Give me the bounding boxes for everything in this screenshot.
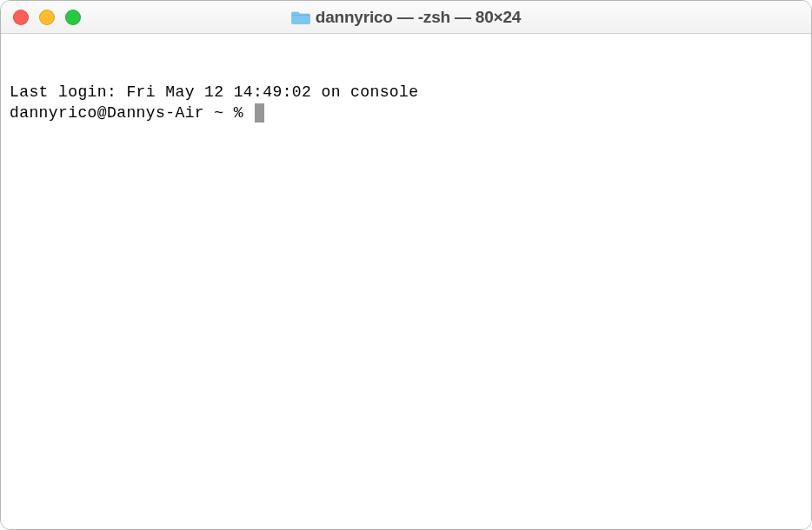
titlebar: dannyrico — -zsh — 80×24 [1, 1, 811, 34]
prompt-text: dannyrico@Dannys-Air ~ % [10, 103, 253, 123]
terminal-window: dannyrico — -zsh — 80×24 Last login: Fri… [0, 0, 812, 530]
traffic-lights [13, 10, 81, 25]
zoom-button[interactable] [65, 10, 81, 25]
title-container: dannyrico — -zsh — 80×24 [1, 8, 811, 27]
folder-icon [291, 10, 310, 25]
minimize-button[interactable] [39, 10, 55, 25]
window-title: dannyrico — -zsh — 80×24 [316, 8, 521, 27]
close-button[interactable] [13, 10, 29, 25]
cursor [255, 103, 264, 123]
terminal-body[interactable]: Last login: Fri May 12 14:49:02 on conso… [1, 34, 811, 529]
last-login-line: Last login: Fri May 12 14:49:02 on conso… [10, 82, 802, 103]
prompt-line: dannyrico@Dannys-Air ~ % [10, 103, 802, 123]
